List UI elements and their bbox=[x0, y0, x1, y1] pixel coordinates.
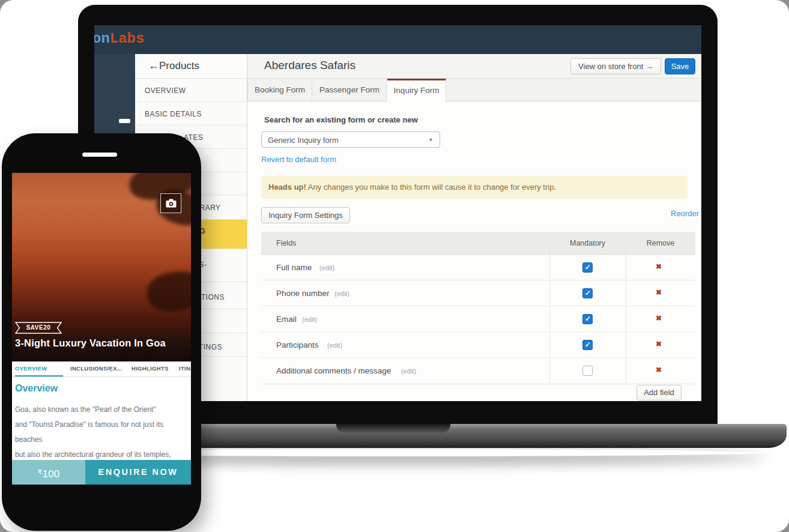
price-amount: 100 bbox=[43, 468, 59, 480]
tab-booking-form[interactable]: Booking Form bbox=[247, 79, 312, 101]
logo-part-orange: Labs bbox=[110, 31, 145, 47]
col-remove: Remove bbox=[626, 239, 695, 247]
field-name: Email bbox=[276, 315, 297, 324]
add-field-button[interactable]: Add field bbox=[636, 385, 682, 401]
paragraph-line: Goa, also known as the "Pearl of the Ori… bbox=[15, 402, 188, 417]
mandatory-checkbox[interactable] bbox=[582, 340, 593, 350]
field-name: Additional comments / message bbox=[276, 366, 391, 375]
remove-x-icon[interactable]: ✖ bbox=[656, 288, 662, 297]
remove-x-icon[interactable]: ✖ bbox=[656, 340, 662, 348]
save-button[interactable]: Save bbox=[665, 58, 695, 74]
chevron-down-icon: ▼ bbox=[428, 137, 434, 143]
camera-button[interactable] bbox=[160, 193, 181, 213]
mandatory-checkbox[interactable] bbox=[582, 288, 593, 298]
screenshot-canvas: onLabs – ← Products OVERVIEW BASIC DETAI… bbox=[0, 0, 789, 532]
tree-silhouette bbox=[145, 268, 191, 315]
mandatory-checkbox[interactable] bbox=[582, 262, 593, 273]
notice-bold: Heads up! bbox=[268, 183, 306, 192]
heads-up-notice: Heads up! Any changes you make to this f… bbox=[261, 176, 688, 199]
reorder-link[interactable]: Reorder bbox=[671, 209, 699, 218]
edit-link[interactable]: (edit) bbox=[319, 264, 334, 271]
phone-tab-itinerary[interactable]: ITINE bbox=[179, 361, 191, 377]
sidebar-item-basic-details[interactable]: BASIC DETAILS bbox=[135, 102, 247, 125]
table-header: Fields Mandatory Remove bbox=[261, 232, 695, 255]
rupee-symbol: ₹ bbox=[38, 468, 42, 476]
overview-heading: Overview bbox=[15, 383, 58, 394]
field-name: Full name bbox=[276, 263, 312, 272]
remove-x-icon[interactable]: ✖ bbox=[656, 366, 662, 374]
edit-link[interactable]: (edit) bbox=[302, 316, 317, 323]
tab-passenger-form[interactable]: Passenger Form bbox=[313, 79, 387, 101]
mandatory-checkbox[interactable] bbox=[582, 314, 593, 324]
back-label: Products bbox=[159, 60, 199, 72]
top-navbar: onLabs bbox=[94, 25, 701, 54]
fields-table: Fields Mandatory Remove Full name (edit)… bbox=[261, 232, 695, 384]
tab-inquiry-form[interactable]: Inquiry Form bbox=[387, 79, 446, 102]
enquire-now-button[interactable]: ENQUIRE NOW bbox=[85, 460, 191, 485]
mandatory-checkbox[interactable] bbox=[582, 366, 593, 376]
badge-text: SAVE20 bbox=[15, 324, 62, 331]
form-tabbar: Booking Form Passenger Form Inquiry Form bbox=[247, 79, 701, 101]
field-name: Phone number bbox=[276, 289, 330, 298]
field-name: Participants bbox=[276, 340, 319, 349]
table-row-additional-comments: Additional comments / message (edit) ✖ bbox=[261, 358, 695, 384]
inquiry-form-settings-button[interactable]: Inquiry Form Settings bbox=[261, 207, 350, 223]
logo-part-blue: on bbox=[94, 31, 110, 47]
phone-tabbar: OVERVIEW INCLUSIONS/EX... HIGHLIGHTS ITI… bbox=[12, 361, 191, 377]
phone-screen: SAVE20 3-Night Luxury Vacation In Goa OV… bbox=[12, 173, 191, 485]
search-form-label: Search for an existing form or create ne… bbox=[264, 115, 418, 124]
back-arrow-icon: ← bbox=[148, 59, 159, 72]
table-row-participants: Participants (edit) ✖ bbox=[261, 332, 695, 358]
phone-bottom-bar: ₹100 ENQUIRE NOW bbox=[12, 460, 191, 485]
phone-bezel: SAVE20 3-Night Luxury Vacation In Goa OV… bbox=[2, 133, 201, 531]
form-select-dropdown[interactable]: Generic Inquiry form ▼ bbox=[261, 131, 440, 148]
sidebar-item-overview[interactable]: OVERVIEW bbox=[135, 79, 247, 102]
notice-text: Any changes you make to this form will c… bbox=[306, 183, 556, 192]
camera-icon bbox=[166, 199, 177, 208]
remove-x-icon[interactable]: ✖ bbox=[656, 262, 662, 271]
product-title: 3-Night Luxury Vacation In Goa bbox=[15, 337, 166, 349]
back-to-products[interactable]: ← Products bbox=[135, 54, 247, 79]
paragraph-line: and "Tourist Paradise" is famous for not… bbox=[15, 417, 188, 447]
edit-link[interactable]: (edit) bbox=[327, 342, 342, 349]
save20-badge: SAVE20 bbox=[15, 322, 62, 334]
view-on-storefront-button[interactable]: View on store front → bbox=[570, 58, 661, 74]
laptop-base-notch bbox=[336, 424, 450, 433]
collapse-minus-icon[interactable]: – bbox=[119, 119, 130, 123]
page-header: Aberdares Safaris View on store front → … bbox=[247, 54, 701, 79]
phone-tab-highlights[interactable]: HIGHLIGHTS bbox=[132, 361, 169, 377]
form-select-value: Generic Inquiry form bbox=[268, 136, 339, 145]
main-content: Aberdares Safaris View on store front → … bbox=[247, 54, 701, 401]
table-row-email: Email (edit) ✖ bbox=[261, 306, 695, 332]
col-fields: Fields bbox=[276, 239, 296, 247]
col-mandatory: Mandatory bbox=[549, 239, 626, 247]
page-title: Aberdares Safaris bbox=[264, 59, 355, 72]
edit-link[interactable]: (edit) bbox=[334, 290, 349, 297]
edit-link[interactable]: (edit) bbox=[401, 367, 416, 375]
table-row-full-name: Full name (edit) ✖ bbox=[261, 255, 695, 280]
price-display: ₹100 bbox=[12, 460, 85, 485]
vacationlabs-logo: onLabs bbox=[94, 31, 144, 47]
phone-speaker bbox=[82, 153, 117, 157]
remove-x-icon[interactable]: ✖ bbox=[656, 314, 662, 322]
table-row-phone-number: Phone number (edit) ✖ bbox=[261, 280, 695, 306]
phone-tab-inclusions[interactable]: INCLUSIONS/EX... bbox=[70, 361, 122, 377]
phone-tab-overview[interactable]: OVERVIEW bbox=[15, 361, 63, 377]
revert-default-link[interactable]: Revert to default form bbox=[261, 155, 336, 164]
hero-image-sunset: SAVE20 3-Night Luxury Vacation In Goa bbox=[12, 173, 191, 361]
